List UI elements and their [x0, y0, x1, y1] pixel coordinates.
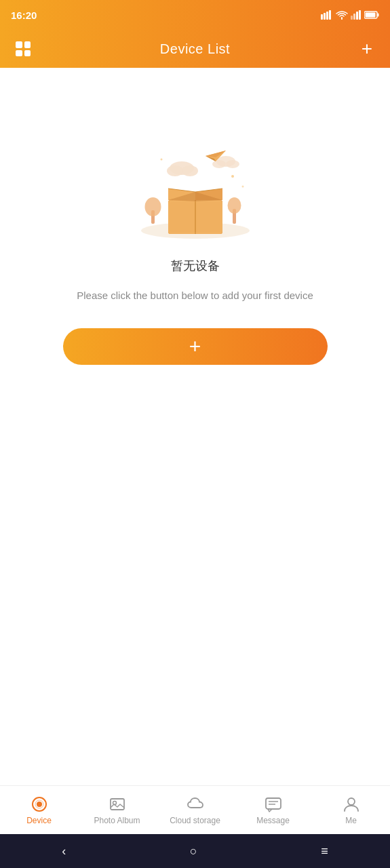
menu-button[interactable]: ≡	[321, 844, 328, 859]
nav-label-me: Me	[345, 816, 357, 825]
svg-point-13	[144, 197, 161, 216]
system-nav-bar: ‹ ○ ≡	[0, 834, 390, 868]
nav-item-photo-album[interactable]: Photo Album	[90, 795, 144, 825]
me-icon	[343, 795, 360, 813]
svg-point-25	[226, 160, 239, 168]
message-icon	[265, 795, 282, 813]
svg-point-28	[241, 186, 243, 188]
wifi-icon	[336, 10, 348, 20]
grid-menu-button[interactable]	[11, 37, 35, 61]
network-icon	[351, 10, 362, 20]
svg-rect-6	[356, 12, 358, 20]
app-header: Device List +	[0, 30, 390, 68]
svg-rect-5	[353, 14, 355, 20]
add-device-header-button[interactable]: +	[355, 37, 379, 61]
svg-rect-10	[366, 13, 376, 18]
svg-rect-2	[326, 12, 328, 20]
nav-label-message: Message	[256, 816, 290, 825]
svg-rect-4	[351, 16, 353, 20]
signal-icon	[321, 10, 333, 20]
nav-label-photo-album: Photo Album	[94, 816, 140, 825]
empty-subtitle: Please click the button below to add you…	[50, 288, 340, 304]
photo-album-icon	[109, 795, 126, 813]
add-first-device-button[interactable]: +	[63, 328, 328, 365]
status-bar: 16:20	[0, 0, 390, 30]
nav-item-me[interactable]: Me	[324, 795, 378, 825]
svg-rect-7	[359, 10, 361, 20]
home-button[interactable]: ○	[190, 844, 197, 859]
nav-label-cloud-storage: Cloud storage	[170, 816, 220, 825]
svg-rect-9	[378, 14, 379, 17]
page-title: Device List	[160, 41, 230, 57]
svg-point-15	[227, 197, 241, 214]
svg-rect-34	[266, 798, 281, 809]
add-button-icon: +	[189, 336, 201, 357]
battery-icon	[364, 11, 379, 19]
main-content: 暂无设备 Please click the button below to ad…	[0, 68, 390, 785]
back-button[interactable]: ‹	[62, 844, 66, 859]
svg-point-26	[231, 175, 234, 178]
status-icons	[321, 10, 379, 20]
cloud-storage-icon	[187, 795, 204, 813]
svg-rect-1	[324, 13, 326, 20]
nav-item-device[interactable]: Device	[12, 795, 66, 825]
svg-rect-3	[329, 10, 331, 20]
svg-point-21	[167, 165, 183, 176]
bottom-nav: Device Photo Album Cloud storage	[0, 785, 390, 834]
svg-rect-0	[321, 14, 323, 20]
svg-point-22	[182, 165, 198, 176]
nav-item-cloud-storage[interactable]: Cloud storage	[168, 795, 222, 825]
empty-illustration	[128, 136, 263, 244]
nav-label-device: Device	[26, 816, 52, 825]
svg-point-37	[348, 798, 355, 805]
nav-item-message[interactable]: Message	[246, 795, 300, 825]
status-time: 16:20	[11, 9, 37, 21]
svg-point-27	[160, 159, 162, 161]
device-icon	[31, 795, 48, 813]
svg-point-30	[37, 802, 42, 807]
svg-rect-32	[111, 799, 124, 810]
svg-point-24	[212, 160, 226, 168]
empty-title: 暂无设备	[171, 258, 220, 274]
